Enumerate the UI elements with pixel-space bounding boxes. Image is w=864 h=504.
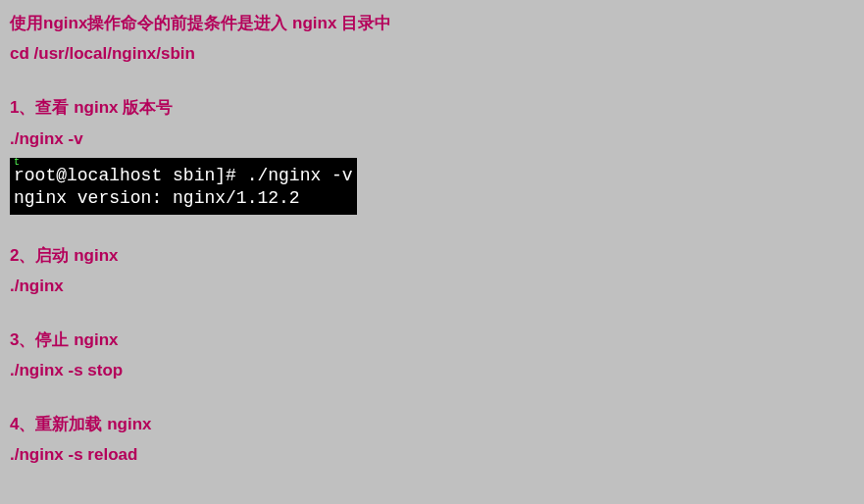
- section-1-title: 1、查看 nginx 版本号: [10, 94, 854, 121]
- spacer: [10, 219, 854, 242]
- terminal-line-2: nginx version: nginx/1.12.2: [14, 187, 353, 210]
- section-2-command: ./nginx: [10, 273, 854, 299]
- section-4-title: 4、重新加载 nginx: [10, 411, 854, 437]
- cd-command: cd /usr/local/nginx/sbin: [10, 40, 854, 67]
- section-1-command: ./nginx -v: [10, 126, 854, 152]
- prereq-text: 使用nginx操作命令的前提条件是进入 nginx 目录中: [10, 10, 854, 36]
- section-3-command: ./nginx -s stop: [10, 357, 854, 383]
- terminal-line-1: root@localhost sbin]# ./nginx -v: [14, 165, 353, 187]
- spacer: [10, 303, 854, 327]
- terminal-screenshot: t root@localhost sbin]# ./nginx -v nginx…: [10, 158, 357, 215]
- section-2-title: 2、启动 nginx: [10, 242, 854, 269]
- spacer: [10, 387, 854, 411]
- section-3-title: 3、停止 nginx: [10, 327, 854, 353]
- spacer: [10, 71, 854, 94]
- section-4-command: ./nginx -s reload: [10, 441, 854, 468]
